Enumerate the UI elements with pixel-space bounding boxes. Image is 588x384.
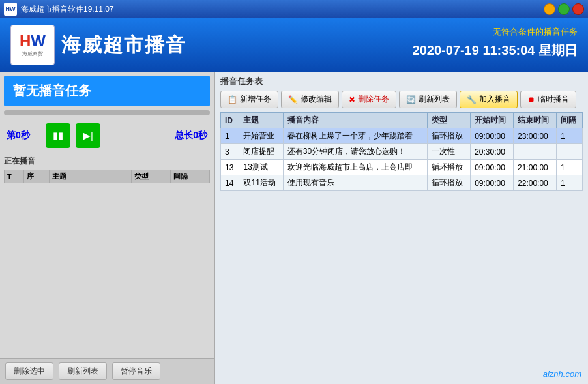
table-cell: 09:00:00	[471, 175, 514, 191]
table-cell: 09:00:00	[471, 160, 514, 175]
brand-name: 海威超市播音	[61, 32, 186, 59]
app-icon: HW	[4, 3, 17, 16]
logo-h: H	[20, 33, 31, 49]
next-button[interactable]: ▶|	[76, 123, 100, 148]
join-task-button-label: 加入播音	[479, 94, 510, 105]
window-controls	[544, 3, 584, 15]
logo-letters: H W	[20, 33, 46, 49]
pause-button[interactable]: ▮▮	[46, 123, 70, 148]
refresh-task-button-label: 刷新列表	[419, 94, 450, 105]
table-cell: 春在柳树上爆了一个芽，少年踢踏着	[283, 128, 427, 144]
col-header: 结束时间	[514, 113, 557, 128]
table-cell: 22:00:00	[514, 175, 557, 191]
watermark: aiznh.com	[543, 369, 581, 379]
table-cell: 20:30:00	[471, 144, 514, 160]
col-header: 播音内容	[283, 113, 427, 128]
add-task-button-icon: 📋	[228, 95, 237, 104]
del-task-button-label: 删除任务	[358, 94, 389, 105]
table-cell: 闭店提醒	[239, 144, 283, 160]
edit-task-button[interactable]: ✏️修改编辑	[281, 91, 339, 108]
task-table-wrap: ID主题播音内容类型开始时间结束时间间隔1开始营业春在柳树上爆了一个芽，少年踢踏…	[220, 112, 583, 380]
header-info: 无符合条件的播音任务 2020-07-19 11:35:04 星期日	[413, 26, 578, 59]
minimize-button[interactable]	[544, 3, 555, 15]
table-cell: 13	[221, 160, 239, 175]
progress-bar	[4, 110, 210, 115]
table-cell: 13测试	[239, 160, 283, 175]
add-task-button[interactable]: 📋新增任务	[220, 91, 278, 108]
table-cell: 21:00:00	[514, 160, 557, 175]
player-controls: 第0秒 ▮▮ ▶| 总长0秒	[4, 122, 210, 149]
logo-box: H W 海威商贸	[10, 25, 55, 65]
col-header: 开始时间	[471, 113, 514, 128]
title-bar: HW 海威超市播音软件19.11.07	[0, 0, 588, 18]
playing-table: T 序 主题 类型 间隔	[4, 170, 210, 183]
table-cell: 使用现有音乐	[283, 175, 427, 191]
del-task-button-icon: ✖	[349, 95, 355, 104]
join-task-button[interactable]: 🔧加入播音	[460, 91, 518, 108]
close-button[interactable]	[572, 3, 584, 15]
refresh-task-button-icon: 🔄	[406, 95, 416, 104]
del-btn[interactable]: 删除选中	[5, 362, 53, 380]
col-header: 间隔	[556, 113, 582, 128]
no-task-banner: 暂无播音任务	[4, 76, 210, 106]
col-header: 主题	[239, 113, 283, 128]
table-cell: 还有30分钟闭店，请您放心选购！	[283, 144, 427, 160]
table-cell: 一次性	[428, 144, 471, 160]
app-title: 海威超市播音软件19.11.07	[21, 4, 544, 15]
no-task-notice: 无符合条件的播音任务	[413, 26, 578, 38]
maximize-button[interactable]	[558, 3, 570, 15]
table-cell: 1	[556, 128, 582, 144]
pause-icon: ▮▮	[53, 130, 63, 141]
col-header: 类型	[428, 113, 471, 128]
toolbar: 📋新增任务✏️修改编辑✖删除任务🔄刷新列表🔧加入播音⏺临时播音	[220, 91, 583, 108]
add-task-button-label: 新增任务	[240, 94, 271, 105]
table-cell: 开始营业	[239, 128, 283, 144]
table-cell: 双11活动	[239, 175, 283, 191]
task-table: ID主题播音内容类型开始时间结束时间间隔1开始营业春在柳树上爆了一个芽，少年踢踏…	[220, 112, 583, 191]
refresh-btn[interactable]: 刷新列表	[59, 362, 107, 380]
temp-task-button[interactable]: ⏺临时播音	[520, 91, 576, 108]
header: H W 海威商贸 海威超市播音 无符合条件的播音任务 2020-07-19 11…	[0, 18, 588, 72]
col-t: T	[5, 170, 24, 183]
del-task-button[interactable]: ✖删除任务	[342, 91, 396, 108]
table-row[interactable]: 1313测试欢迎光临海威超市上高店，上高店即循环播放09:00:0021:00:…	[221, 160, 583, 175]
join-task-button-icon: 🔧	[467, 95, 477, 104]
edit-task-button-label: 修改编辑	[301, 94, 332, 105]
next-icon: ▶|	[83, 130, 93, 141]
left-column: 暂无播音任务 第0秒 ▮▮ ▶| 总长0秒 正在播音 T 序 主题 类型 间隔	[0, 72, 215, 384]
logo-subtext: 海威商贸	[22, 50, 43, 57]
temp-task-button-icon: ⏺	[527, 95, 535, 104]
table-cell: 09:00:00	[471, 128, 514, 144]
right-panel: 播音任务表📋新增任务✏️修改编辑✖删除任务🔄刷新列表🔧加入播音⏺临时播音ID主题…	[215, 72, 588, 384]
logo-area: H W 海威商贸 海威超市播音	[10, 25, 186, 65]
table-cell: 23:00:00	[514, 128, 557, 144]
logo-w: W	[31, 33, 46, 49]
task-panel-title: 播音任务表	[220, 76, 583, 87]
col-seq: 序	[24, 170, 50, 183]
temp-task-button-label: 临时播音	[538, 94, 569, 105]
table-cell: 14	[221, 175, 239, 191]
table-cell: 循环播放	[428, 160, 471, 175]
col-header: ID	[221, 113, 239, 128]
table-cell: 1	[556, 175, 582, 191]
refresh-task-button[interactable]: 🔄刷新列表	[399, 91, 457, 108]
table-cell	[556, 144, 582, 160]
table-row[interactable]: 3闭店提醒还有30分钟闭店，请您放心选购！一次性20:30:00	[221, 144, 583, 160]
col-type: 类型	[132, 170, 171, 183]
left-column-top: 暂无播音任务 第0秒 ▮▮ ▶| 总长0秒 正在播音 T 序 主题 类型 间隔	[0, 72, 214, 358]
col-interval: 间隔	[171, 170, 210, 183]
table-cell: 1	[556, 160, 582, 175]
table-cell: 循环播放	[428, 128, 471, 144]
content-wrapper: 暂无播音任务 第0秒 ▮▮ ▶| 总长0秒 正在播音 T 序 主题 类型 间隔	[0, 72, 588, 384]
table-cell: 3	[221, 144, 239, 160]
table-row[interactable]: 14双11活动使用现有音乐循环播放09:00:0022:00:001	[221, 175, 583, 191]
edit-task-button-icon: ✏️	[288, 95, 298, 104]
current-time-label: 第0秒	[7, 130, 40, 141]
pause-music-btn[interactable]: 暂停音乐	[112, 362, 160, 380]
col-subject: 主题	[50, 170, 132, 183]
table-row[interactable]: 1开始营业春在柳树上爆了一个芽，少年踢踏着循环播放09:00:0023:00:0…	[221, 128, 583, 144]
table-cell: 欢迎光临海威超市上高店，上高店即	[283, 160, 427, 175]
total-time-label: 总长0秒	[175, 130, 207, 141]
table-cell: 循环播放	[428, 175, 471, 191]
playing-section-title: 正在播音	[4, 156, 210, 167]
